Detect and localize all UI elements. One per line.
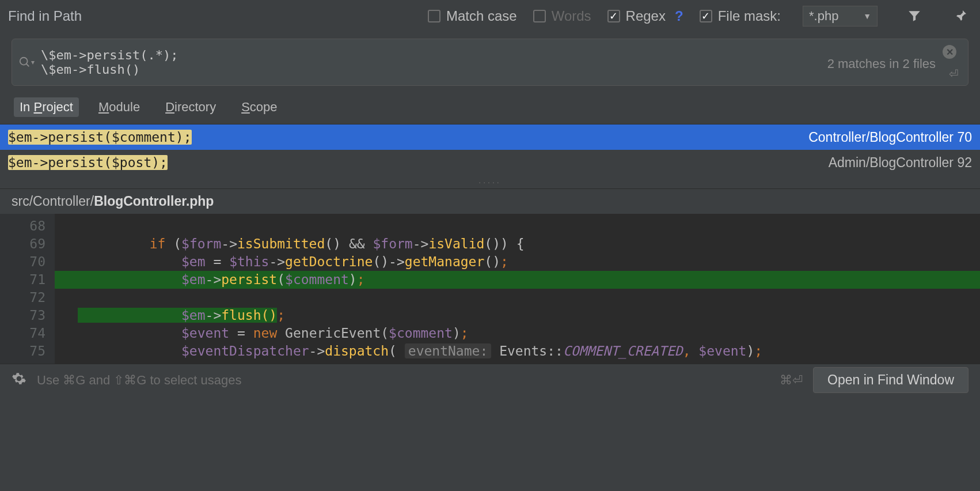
pin-icon[interactable] — [951, 6, 972, 27]
tab-module[interactable]: Module — [93, 97, 146, 117]
usage-hint: Use ⌘G and ⇧⌘G to select usages — [37, 373, 242, 388]
file-mask-checkbox[interactable]: File mask: — [700, 8, 781, 24]
shortcut-hint: ⌘⏎ — [780, 373, 803, 388]
result-row[interactable]: $em->persist($post); Admin/BlogControlle… — [0, 150, 980, 175]
words-label: Words — [552, 8, 591, 24]
words-checkbox[interactable]: Words — [533, 8, 591, 24]
tab-directory[interactable]: Directory — [159, 97, 222, 117]
result-row[interactable]: $em->persist($comment); Controller/BlogC… — [0, 124, 980, 150]
match-case-checkbox[interactable]: Match case — [428, 8, 517, 24]
open-in-find-window-button[interactable]: Open in Find Window — [813, 367, 968, 393]
file-mask-label: File mask: — [718, 8, 781, 24]
regex-label: Regex — [626, 8, 666, 24]
code-preview[interactable]: 686970717273747576 if ($form->isSubmitte… — [0, 214, 980, 364]
file-mask-dropdown[interactable]: *.php ▼ — [803, 6, 878, 27]
tab-scope[interactable]: Scope — [235, 97, 283, 117]
search-icon[interactable]: ▾ — [12, 39, 41, 85]
clear-search-button[interactable]: ✕ — [943, 45, 956, 59]
svg-point-0 — [20, 58, 28, 65]
file-mask-value: *.php — [809, 9, 838, 24]
results-list: $em->persist($comment); Controller/BlogC… — [0, 124, 980, 175]
chevron-down-icon: ▼ — [863, 12, 871, 21]
filter-icon[interactable] — [904, 6, 925, 27]
settings-icon[interactable] — [12, 371, 26, 389]
match-count: 2 matches in 2 files — [827, 56, 936, 71]
regex-help-icon[interactable]: ? — [675, 8, 683, 24]
dialog-title: Find in Path — [8, 8, 82, 24]
enter-icon: ⏎ — [949, 67, 959, 81]
tab-in-project[interactable]: In Project — [14, 97, 79, 117]
splitter-handle[interactable]: ····· — [0, 175, 980, 189]
preview-file-path: src/Controller/BlogController.php — [0, 189, 980, 214]
regex-checkbox[interactable]: Regex ? — [607, 8, 683, 24]
svg-line-1 — [26, 64, 29, 67]
search-input[interactable]: ▾ \$em->persist(.*); \$em->flush() 2 mat… — [12, 39, 968, 86]
match-case-label: Match case — [446, 8, 517, 24]
line-numbers: 686970717273747576 — [0, 214, 55, 364]
